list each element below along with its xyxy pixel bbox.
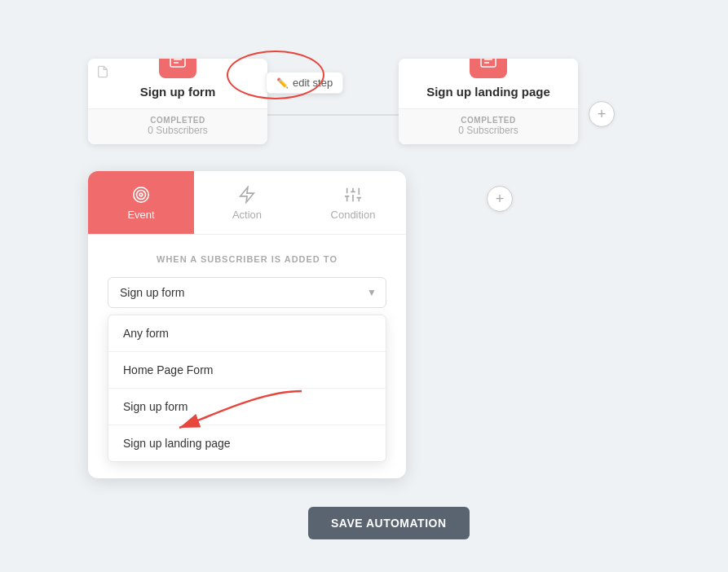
tab-event[interactable]: Event <box>88 171 194 234</box>
form-select[interactable]: Sign up form <box>108 277 386 308</box>
signup-form-body: COMPLETED 0 Subscribers <box>88 108 267 144</box>
save-automation-button[interactable]: SAVE AUTOMATION <box>308 507 470 539</box>
add-node-button-right[interactable]: + <box>589 101 615 127</box>
signup-landing-title: Sign up landing page <box>412 85 565 99</box>
red-arrow <box>163 383 310 448</box>
canvas: Sign up form COMPLETED 0 Subscribers ✏️ … <box>0 0 728 572</box>
svg-point-9 <box>137 191 146 200</box>
dropdown-item-any-form[interactable]: Any form <box>108 315 386 352</box>
signup-landing-status: COMPLETED <box>408 116 568 125</box>
svg-point-8 <box>134 187 148 202</box>
edit-circle-highlight <box>227 51 324 99</box>
signup-landing-body: COMPLETED 0 Subscribers <box>399 108 578 144</box>
connector-line <box>266 114 408 116</box>
signup-form-status: COMPLETED <box>98 116 258 125</box>
save-button-label: SAVE AUTOMATION <box>331 517 447 530</box>
doc-icon <box>96 65 109 81</box>
tab-action[interactable]: Action <box>194 171 300 234</box>
section-label: WHEN A SUBSCRIBER IS ADDED TO <box>108 254 386 264</box>
signup-form-subs: 0 Subscribers <box>98 125 258 136</box>
tabs-row: Event Action <box>88 171 406 235</box>
tab-condition-label: Condition <box>331 209 376 221</box>
svg-marker-11 <box>240 187 254 202</box>
tab-event-label: Event <box>127 209 154 221</box>
svg-point-10 <box>139 193 143 196</box>
plus-icon-2: + <box>496 191 505 208</box>
tab-action-label: Action <box>232 209 262 221</box>
target-icon <box>132 186 150 204</box>
signup-landing-node: Sign up landing page COMPLETED 0 Subscri… <box>399 59 578 144</box>
add-node-button-below[interactable]: + <box>487 186 513 212</box>
signup-landing-subs: 0 Subscribers <box>408 125 568 136</box>
zap-icon <box>238 186 256 204</box>
sliders-icon <box>344 186 362 204</box>
signup-landing-icon <box>470 59 507 78</box>
select-wrap[interactable]: Sign up form ▼ <box>108 277 386 308</box>
plus-icon: + <box>598 106 607 123</box>
tab-condition[interactable]: Condition <box>300 171 406 234</box>
signup-form-title: Sign up form <box>101 85 254 99</box>
signup-form-icon <box>159 59 196 78</box>
